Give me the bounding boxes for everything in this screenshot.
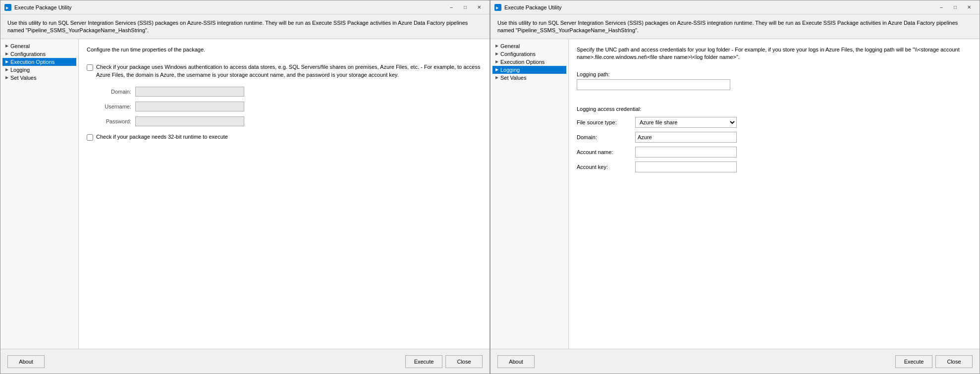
- execute-button-1[interactable]: Execute: [405, 355, 442, 368]
- title-controls-2: – □ ✕: [935, 2, 976, 12]
- arrow-execution-options-1: ▶: [5, 59, 8, 64]
- logging-path-label: Logging path:: [577, 71, 972, 77]
- main-content-2: ▶ General ▶ Configurations ▶ Execution O…: [490, 39, 980, 349]
- description-area-1: Use this utility to run SQL Server Integ…: [0, 14, 490, 39]
- domain-group-2: Domain:: [577, 132, 972, 143]
- arrow-set-values-2: ▶: [495, 75, 498, 80]
- content-description-2: Specify the UNC path and access credenti…: [577, 46, 972, 61]
- nav-item-logging-1[interactable]: ▶ Logging: [2, 66, 76, 74]
- nav-label-execution-options-2: Execution Options: [500, 59, 544, 65]
- window-title-1: Execute Package Utility: [14, 4, 72, 10]
- main-content-1: ▶ General ▶ Configurations ▶ Execution O…: [0, 39, 490, 349]
- nav-label-general-1: General: [10, 43, 30, 49]
- password-label-1: Password:: [87, 118, 131, 124]
- footer-right-1: Execute Close: [405, 355, 483, 368]
- logging-path-input[interactable]: [577, 79, 730, 90]
- footer-right-2: Execute Close: [895, 355, 973, 368]
- nav-label-set-values-2: Set Values: [500, 75, 526, 81]
- nav-label-execution-options-1: Execution Options: [10, 59, 54, 65]
- title-bar-left-1: ▶ Execute Package Utility: [4, 4, 72, 11]
- maximize-button-2[interactable]: □: [949, 2, 962, 12]
- account-key-group: Account key:: [577, 161, 972, 172]
- password-input-1[interactable]: [135, 116, 244, 126]
- file-source-type-label: File source type:: [577, 119, 631, 125]
- close-x-button-1[interactable]: ✕: [473, 2, 486, 12]
- content-description-1: Configure the run time properties of the…: [87, 46, 482, 53]
- windows-auth-checkbox-1[interactable]: [87, 64, 93, 71]
- window-1: ▶ Execute Package Utility – □ ✕ Use this…: [0, 0, 490, 374]
- nav-item-general-2[interactable]: ▶ General: [492, 42, 566, 50]
- domain-input-2[interactable]: [635, 132, 737, 143]
- nav-item-execution-options-1[interactable]: ▶ Execution Options: [2, 58, 76, 66]
- runtime-checkbox-1[interactable]: [87, 134, 93, 141]
- domain-input-1[interactable]: [135, 87, 244, 97]
- credential-section: Logging access credential: File source t…: [577, 106, 972, 172]
- nav-item-execution-options-2[interactable]: ▶ Execution Options: [492, 58, 566, 66]
- title-bar-1: ▶ Execute Package Utility – □ ✕: [0, 0, 490, 14]
- password-group-1: Password:: [87, 116, 482, 126]
- nav-label-general-2: General: [500, 43, 520, 49]
- nav-item-general-1[interactable]: ▶ General: [2, 42, 76, 50]
- nav-label-configurations-1: Configurations: [10, 51, 46, 57]
- description-text-2: Use this utility to run SQL Server Integ…: [497, 20, 958, 33]
- windows-auth-label-1: Check if your package uses Windows authe…: [96, 63, 482, 79]
- app-icon-1: ▶: [4, 4, 11, 11]
- arrow-general-1: ▶: [5, 44, 8, 48]
- nav-item-configurations-1[interactable]: ▶ Configurations: [2, 50, 76, 58]
- title-bar-left-2: ▶ Execute Package Utility: [494, 4, 562, 11]
- arrow-configurations-2: ▶: [495, 52, 498, 56]
- account-key-input[interactable]: [635, 161, 737, 172]
- about-button-2[interactable]: About: [497, 355, 535, 368]
- minimize-button-2[interactable]: –: [935, 2, 948, 12]
- file-source-type-group: File source type: Azure file share File …: [577, 117, 972, 128]
- nav-panel-2: ▶ General ▶ Configurations ▶ Execution O…: [490, 39, 569, 349]
- username-group-1: Username:: [87, 102, 482, 111]
- close-button-1[interactable]: Close: [445, 355, 483, 368]
- footer-2: About Execute Close: [490, 349, 980, 374]
- nav-item-set-values-2[interactable]: ▶ Set Values: [492, 74, 566, 82]
- arrow-general-2: ▶: [495, 44, 498, 48]
- nav-label-logging-2: Logging: [500, 67, 520, 73]
- arrow-set-values-1: ▶: [5, 75, 8, 80]
- credential-section-label: Logging access credential:: [577, 106, 972, 112]
- description-area-2: Use this utility to run SQL Server Integ…: [490, 14, 980, 39]
- account-name-label: Account name:: [577, 149, 631, 155]
- about-button-1[interactable]: About: [7, 355, 45, 368]
- nav-item-logging-2[interactable]: ▶ Logging: [492, 66, 566, 74]
- nav-panel-1: ▶ General ▶ Configurations ▶ Execution O…: [0, 39, 79, 349]
- execute-button-2[interactable]: Execute: [895, 355, 932, 368]
- nav-item-set-values-1[interactable]: ▶ Set Values: [2, 74, 76, 82]
- content-panel-1: Configure the run time properties of the…: [79, 39, 490, 349]
- arrow-logging-2: ▶: [495, 67, 498, 72]
- maximize-button-1[interactable]: □: [459, 2, 472, 12]
- close-button-2[interactable]: Close: [935, 355, 973, 368]
- domain-group-1: Domain:: [87, 87, 482, 97]
- nav-item-configurations-2[interactable]: ▶ Configurations: [492, 50, 566, 58]
- account-name-input[interactable]: [635, 147, 737, 158]
- close-x-button-2[interactable]: ✕: [963, 2, 976, 12]
- minimize-button-1[interactable]: –: [445, 2, 458, 12]
- username-label-1: Username:: [87, 104, 131, 109]
- title-bar-2: ▶ Execute Package Utility – □ ✕: [490, 0, 980, 14]
- description-text-1: Use this utility to run SQL Server Integ…: [7, 20, 468, 33]
- nav-label-logging-1: Logging: [10, 67, 30, 73]
- account-key-label: Account key:: [577, 164, 631, 170]
- arrow-execution-options-2: ▶: [495, 59, 498, 64]
- runtime-label-1: Check if your package needs 32-bit runti…: [96, 133, 228, 141]
- file-source-type-select[interactable]: Azure file share File share: [635, 117, 737, 128]
- windows-auth-row-1: Check if your package uses Windows authe…: [87, 63, 482, 79]
- logging-path-section: Logging path:: [577, 71, 972, 98]
- arrow-logging-1: ▶: [5, 67, 8, 72]
- domain-label-2: Domain:: [577, 134, 631, 140]
- nav-label-configurations-2: Configurations: [500, 51, 536, 57]
- app-icon-2: ▶: [494, 4, 501, 11]
- arrow-configurations-1: ▶: [5, 52, 8, 56]
- title-controls-1: – □ ✕: [445, 2, 486, 12]
- domain-label-1: Domain:: [87, 89, 131, 95]
- window-2: ▶ Execute Package Utility – □ ✕ Use this…: [490, 0, 980, 374]
- username-input-1[interactable]: [135, 102, 244, 111]
- account-name-group: Account name:: [577, 147, 972, 158]
- footer-1: About Execute Close: [0, 349, 490, 374]
- runtime-row-1: Check if your package needs 32-bit runti…: [87, 133, 482, 141]
- window-title-2: Execute Package Utility: [504, 4, 562, 10]
